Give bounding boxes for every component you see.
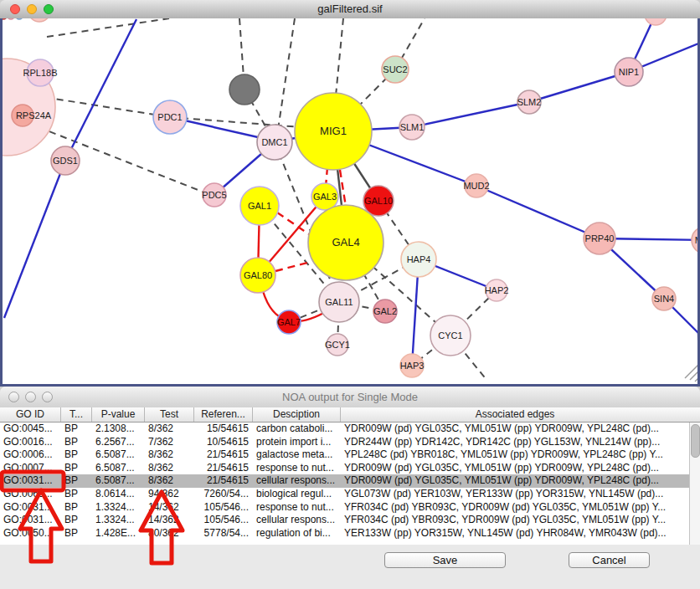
node-label-mig1: MIG1 — [320, 125, 347, 137]
table-cell: GO:0031... — [0, 514, 61, 527]
network-node-frag-2[interactable] — [8, 18, 14, 19]
table-cell: response to nut... — [253, 462, 341, 475]
network-node-top-node-a[interactable] — [28, 18, 50, 22]
window-border-left — [0, 18, 3, 387]
node-label-gal80: GAL80 — [244, 270, 272, 280]
table-cell: YDR009W (pd) YGL035C, YML051W (pp) YDR00… — [341, 474, 689, 488]
table-header: GO IDT...P-valueTestReferen...Desciption… — [0, 407, 700, 423]
table-cell: GO:0031... — [0, 474, 61, 488]
table-cell: carbon cataboli... — [253, 423, 341, 436]
table-cell: 80/362 — [145, 527, 194, 540]
network-edge-blue — [529, 72, 629, 102]
table-row[interactable]: GO:0031...BP1.3324...14/362105/546...cel… — [0, 514, 689, 527]
network-edge-blue — [65, 19, 136, 161]
table-cell: 21/54615 — [194, 462, 253, 475]
table-cell: YPL248C (pd) YBR018C, YML051W (pp) YDR00… — [341, 448, 689, 462]
table-cell: GO:0006... — [0, 448, 61, 462]
table-row[interactable]: GO:0031...BP6.5087...8/36221/54615cellul… — [0, 474, 689, 488]
column-header-5[interactable]: Desciption — [253, 407, 341, 422]
table-cell: 6.5087... — [92, 474, 145, 488]
save-button[interactable]: Save — [384, 552, 506, 568]
table-cell: 7260/54... — [194, 488, 253, 501]
column-header-2[interactable]: P-value — [92, 407, 145, 422]
table-cell: 21/54615 — [194, 474, 253, 488]
column-header-6[interactable]: Associated edges — [341, 407, 689, 422]
noa-window-titlebar: NOA output for Single Mode — [0, 387, 700, 408]
table-cell: YER133W (pp) YOR315W, YNL145W (pd) YHR08… — [341, 527, 689, 540]
table-cell: galactose meta... — [253, 448, 341, 462]
node-label-suc2: SUC2 — [383, 64, 407, 74]
table-cell: 8.0614... — [92, 488, 145, 501]
column-header-4[interactable]: Referen... — [194, 407, 253, 422]
node-label-nip1: NIP1 — [619, 67, 639, 77]
node-label-slm2: SLM2 — [517, 97, 542, 107]
column-header-3[interactable]: Test — [145, 407, 194, 422]
network-node-frag-3[interactable] — [16, 18, 23, 19]
table-cell: GO:0007... — [0, 462, 61, 475]
vertical-scrollbar[interactable] — [689, 423, 700, 545]
table-cell: YFR034C (pd) YBR093C, YDR009W (pd) YGL03… — [341, 501, 689, 515]
node-label-dmc1: DMC1 — [261, 137, 287, 147]
table-row[interactable]: GO:0007...BP6.5087...8/36221/54615respon… — [0, 462, 689, 475]
table-row[interactable]: GO:0006...BP6.5087...8/36221/54615galact… — [0, 448, 689, 462]
node-label-pdc5: PDC5 — [202, 190, 226, 200]
table-cell: response to nut... — [253, 501, 341, 515]
table-row[interactable]: GO:0045...BP2.1308...8/36215/54615carbon… — [0, 423, 689, 436]
table-cell: BP — [61, 436, 92, 449]
node-label-gal3: GAL3 — [313, 192, 337, 202]
table-cell: BP — [61, 527, 92, 540]
network-edge-dash — [47, 18, 169, 37]
network-edge-blue — [412, 102, 529, 127]
node-label-gal7: GAL7 — [277, 317, 301, 327]
zoom-button-icon[interactable] — [42, 392, 53, 402]
network-canvas[interactable]: RPL18BRPS24AGDS1PDC1PDC5DMC1MIG1SUC2SLM1… — [0, 18, 700, 384]
table-cell: BP — [61, 514, 92, 527]
table-cell: 1.3324... — [92, 501, 145, 515]
node-label-hap4: HAP4 — [407, 254, 431, 264]
close-button-icon[interactable] — [10, 4, 20, 14]
zoom-button-icon[interactable] — [44, 4, 54, 14]
table-cell: 14/362 — [145, 514, 194, 527]
table-cell: BP — [61, 488, 92, 501]
screen: galFiltered.sif RPL18BRPS24AGDS1PDC1PDC5… — [0, 0, 700, 589]
table-row[interactable]: GO:0031...BP1.3324...14/362105/546...res… — [0, 501, 689, 515]
network-node-gray-node[interactable] — [229, 74, 260, 105]
table-cell: YDR009W (pd) YGL035C, YML051W (pp) YDR00… — [341, 462, 689, 475]
node-label-gds1: GDS1 — [53, 156, 78, 166]
noa-window-title: NOA output for Single Mode — [0, 387, 700, 407]
table-cell: biological regul... — [253, 488, 341, 501]
node-label-gal10: GAL10 — [364, 196, 393, 206]
table-cell: 6.5087... — [92, 448, 145, 462]
node-label-hap3: HAP3 — [400, 361, 425, 371]
column-header-0[interactable]: GO ID — [0, 407, 61, 422]
table-cell: 6.2567... — [92, 436, 145, 449]
table-cell: GO:0031... — [0, 501, 61, 515]
table-row[interactable]: GO:0016...BP6.2567...7/36210/54615protei… — [0, 436, 689, 449]
table-cell: BP — [61, 501, 92, 515]
cancel-button[interactable]: Cancel — [569, 552, 650, 568]
column-header-1[interactable]: T... — [61, 407, 92, 422]
noa-output-window: NOA output for Single Mode GO IDT...P-va… — [0, 387, 700, 589]
table-cell: 7/362 — [145, 436, 194, 449]
table-cell: YFR034C (pd) YBR093C, YDR009W (pd) YGL03… — [341, 514, 689, 527]
table-cell: regulation of bi... — [253, 527, 341, 540]
node-label-hap2: HAP2 — [485, 285, 509, 295]
scrollbar-thumb[interactable] — [691, 424, 700, 458]
table-cell: 14/362 — [145, 501, 194, 515]
minimize-button-icon[interactable] — [27, 4, 37, 14]
network-node-top-node-b[interactable] — [645, 18, 667, 25]
table-row[interactable]: GO:0050...BP1.428E...80/3625778/54...reg… — [0, 527, 689, 540]
table-cell: 8/362 — [145, 423, 194, 436]
table-cell: BP — [61, 448, 92, 462]
node-label-prp40: PRP40 — [585, 233, 615, 243]
node-label-pdc1: PDC1 — [157, 112, 182, 122]
table-cell: 8/362 — [145, 462, 194, 475]
node-label-gal11: GAL11 — [325, 297, 353, 307]
node-label-cyc1: CYC1 — [438, 330, 462, 341]
table-row[interactable]: GO:0065...BP8.0614...94/3627260/54...bio… — [0, 488, 689, 501]
close-button-icon[interactable] — [8, 392, 19, 402]
table-cell: YDR244W (pp) YDR142C, YDR142C (pp) YGL15… — [341, 436, 689, 449]
table-cell: 105/546... — [194, 514, 253, 527]
minimize-button-icon[interactable] — [25, 392, 36, 402]
network-edge-blue — [476, 186, 600, 238]
